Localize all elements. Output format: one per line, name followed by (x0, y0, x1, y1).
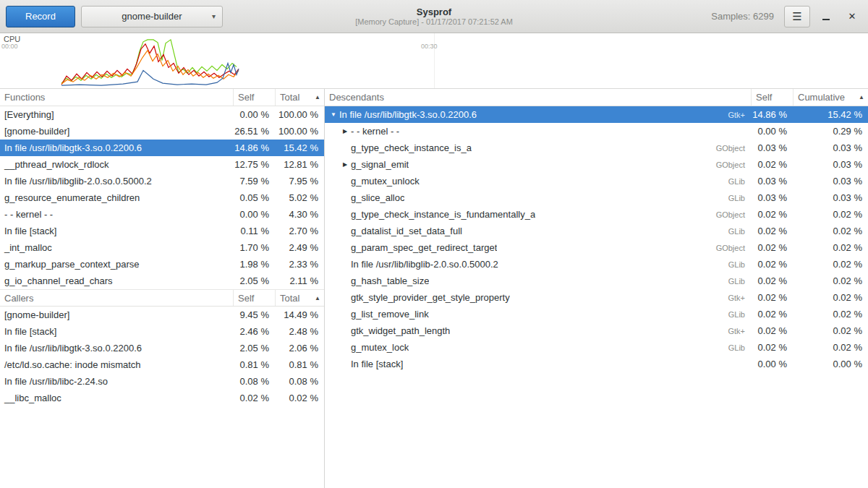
self-percent: 0.02 % (751, 159, 793, 170)
cpu-graph[interactable]: CPU 00:00 00:30 (0, 33, 868, 89)
callers-list: [gnome-builder]9.45 %14.49 %In file [sta… (0, 307, 324, 406)
tree-row[interactable]: ▼In file /usr/lib/libgtk-3.so.0.2200.6Gt… (325, 106, 868, 123)
library-badge: GLib (721, 227, 751, 236)
collapse-arrow-icon[interactable]: ▼ (328, 111, 339, 118)
self-percent: 0.02 % (751, 325, 793, 336)
table-row[interactable]: __pthread_rwlock_rdlock12.75 %12.81 % (0, 156, 324, 173)
tree-row[interactable]: g_list_remove_linkGLib0.02 %0.02 % (325, 306, 868, 322)
function-name: g_markup_parse_context_parse (0, 259, 233, 270)
tree-row[interactable]: g_type_check_instance_is_fundamentally_a… (325, 206, 868, 223)
table-row[interactable]: /etc/ld.so.cache: inode mismatch0.81 %0.… (0, 356, 324, 373)
table-row[interactable]: In file /usr/lib/libgtk-3.so.0.2200.614.… (0, 140, 324, 156)
tree-row[interactable]: gtk_widget_path_lengthGtk+0.02 %0.02 % (325, 322, 868, 339)
process-selector-dropdown[interactable]: gnome-builder ▾ (81, 6, 223, 27)
descendant-name-cell: In file [stack] (325, 359, 751, 369)
cumulative-percent: 0.02 % (793, 325, 868, 336)
tree-row[interactable]: g_type_check_instance_is_aGObject0.03 %0… (325, 140, 868, 156)
tree-row[interactable]: g_mutex_unlockGLib0.03 %0.03 % (325, 173, 868, 189)
tree-row[interactable]: g_mutex_lockGLib0.02 %0.02 % (325, 339, 868, 356)
self-percent: 0.02 % (751, 342, 793, 353)
descendant-name-cell: g_datalist_id_set_data_fullGLib (325, 226, 751, 236)
library-badge: GLib (721, 194, 751, 202)
cumulative-percent: 0.02 % (793, 259, 868, 270)
column-header-total[interactable]: Total ▲ (275, 290, 324, 306)
minimize-button[interactable] (816, 7, 836, 27)
table-row[interactable]: _int_malloc1.70 %2.49 % (0, 239, 324, 256)
tree-row[interactable]: In file [stack]0.00 %0.00 % (325, 356, 868, 372)
descendant-name-cell: gtk_style_provider_get_style_propertyGtk… (325, 292, 751, 303)
expand-arrow-icon[interactable]: ▶ (339, 161, 351, 168)
table-row[interactable]: - - kernel - -0.00 %4.30 % (0, 206, 324, 223)
self-percent: 12.75 % (233, 159, 275, 170)
process-selector-label: gnome-builder (122, 11, 182, 22)
left-pane: Functions Self Total ▲ [Everything]0.00 … (0, 89, 325, 488)
table-row[interactable]: In file [stack]0.11 %2.70 % (0, 223, 324, 239)
column-header-self[interactable]: Self (233, 89, 275, 106)
table-row[interactable]: __libc_malloc0.02 %0.02 % (0, 390, 324, 406)
tree-row[interactable]: gtk_style_provider_get_style_propertyGtk… (325, 289, 868, 306)
table-row[interactable]: [Everything]0.00 %100.00 % (0, 106, 324, 123)
main-content: Functions Self Total ▲ [Everything]0.00 … (0, 89, 868, 488)
tree-row[interactable]: g_hash_table_sizeGLib0.02 %0.02 % (325, 273, 868, 289)
self-percent: 0.81 % (233, 359, 275, 370)
menu-button[interactable]: ☰ (784, 6, 810, 27)
cumulative-percent: 0.02 % (793, 209, 868, 220)
function-name: g_signal_emit (351, 159, 409, 170)
expand-arrow-icon[interactable]: ▶ (339, 128, 351, 134)
function-name: - - kernel - - (351, 126, 399, 137)
right-pane: Descendants Self Cumulative ▲ ▼In file /… (325, 89, 868, 488)
tree-row[interactable]: ▶- - kernel - -0.00 %0.29 % (325, 123, 868, 140)
library-badge: GObject (709, 160, 751, 169)
self-percent: 14.86 % (751, 109, 793, 120)
function-name: __libc_malloc (0, 393, 233, 403)
self-percent: 0.02 % (751, 226, 793, 236)
column-header-callers[interactable]: Callers (0, 293, 233, 304)
function-name: g_io_channel_read_chars (0, 275, 233, 286)
table-row[interactable]: In file /usr/lib/libgtk-3.so.0.2200.62.0… (0, 340, 324, 356)
cpu-line-red (61, 44, 239, 85)
total-percent: 0.81 % (275, 359, 324, 370)
tree-row[interactable]: In file /usr/lib/libglib-2.0.so.0.5000.2… (325, 256, 868, 273)
table-row[interactable]: In file /usr/lib/libglib-2.0.so.0.5000.2… (0, 173, 324, 189)
table-row[interactable]: [gnome-builder]26.51 %100.00 % (0, 123, 324, 140)
table-row[interactable]: g_resource_enumerate_children0.05 %5.02 … (0, 189, 324, 206)
total-percent: 2.06 % (275, 343, 324, 354)
total-percent: 12.81 % (275, 159, 324, 170)
table-row[interactable]: In file /usr/lib/libc-2.24.so0.08 %0.08 … (0, 373, 324, 390)
time-tick-mid: 00:30 (421, 43, 438, 50)
tree-row[interactable]: g_param_spec_get_redirect_targetGObject0… (325, 239, 868, 256)
table-row[interactable]: g_io_channel_read_chars2.05 %2.11 % (0, 273, 324, 289)
close-button[interactable]: ✕ (842, 7, 862, 27)
cumulative-percent: 0.03 % (793, 176, 868, 187)
library-badge: GLib (721, 260, 751, 269)
table-row[interactable]: In file [stack]2.46 %2.48 % (0, 323, 324, 340)
cumulative-percent: 0.02 % (793, 226, 868, 236)
tree-row[interactable]: g_slice_allocGLib0.03 %0.03 % (325, 189, 868, 206)
cumulative-percent: 0.02 % (793, 242, 868, 253)
function-name: In file /usr/lib/libgtk-3.so.0.2200.6 (0, 142, 233, 153)
total-percent: 7.95 % (275, 176, 324, 187)
library-badge: Gtk+ (720, 111, 751, 119)
self-percent: 0.02 % (751, 309, 793, 320)
cumulative-percent: 0.02 % (793, 292, 868, 303)
tree-row[interactable]: ▶g_signal_emitGObject0.02 %0.03 % (325, 156, 868, 173)
table-row[interactable]: g_markup_parse_context_parse1.98 %2.33 % (0, 256, 324, 273)
column-header-functions[interactable]: Functions (0, 92, 233, 103)
record-button[interactable]: Record (6, 6, 75, 27)
total-percent: 2.49 % (275, 242, 324, 253)
column-header-descendants[interactable]: Descendants (325, 92, 751, 103)
cpu-line-orange (61, 51, 239, 84)
table-row[interactable]: [gnome-builder]9.45 %14.49 % (0, 307, 324, 323)
column-header-self[interactable]: Self (233, 290, 275, 306)
column-header-self[interactable]: Self (751, 89, 793, 106)
self-percent: 0.03 % (751, 176, 793, 187)
sort-indicator-icon: ▲ (315, 94, 320, 100)
minimize-icon (822, 12, 830, 20)
column-header-total[interactable]: Total ▲ (275, 89, 324, 106)
tree-row[interactable]: g_datalist_id_set_data_fullGLib0.02 %0.0… (325, 223, 868, 239)
cumulative-percent: 0.03 % (793, 142, 868, 153)
cumulative-percent: 0.00 % (793, 359, 868, 369)
functions-list: [Everything]0.00 %100.00 %[gnome-builder… (0, 106, 324, 289)
descendants-column-header: Descendants Self Cumulative ▲ (325, 89, 868, 106)
column-header-cumulative[interactable]: Cumulative ▲ (793, 89, 868, 106)
